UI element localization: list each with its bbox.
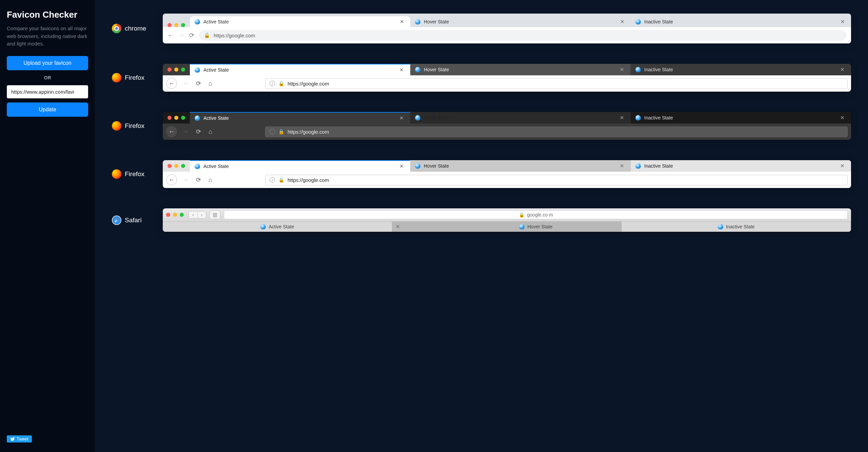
back-icon[interactable]: ← (166, 126, 177, 137)
close-window-icon[interactable] (167, 116, 172, 120)
minimize-window-icon[interactable] (174, 116, 178, 120)
reload-icon[interactable]: ⟳ (194, 128, 203, 135)
close-icon[interactable]: ✕ (398, 19, 406, 25)
address-url: https://google.com (288, 129, 329, 135)
address-bar[interactable]: i 🔒 https://google.com (265, 78, 848, 89)
minimize-window-icon[interactable] (174, 23, 178, 27)
maximize-window-icon[interactable] (181, 23, 185, 27)
maximize-window-icon[interactable] (181, 68, 185, 72)
tab-hover[interactable]: Hover State ✕ (410, 64, 631, 75)
tab-active[interactable]: Active State (163, 222, 392, 232)
tab-inactive[interactable]: Inactive State (622, 222, 851, 232)
tab-hover[interactable]: Hover State ✕ (410, 16, 631, 27)
close-window-icon[interactable] (167, 68, 172, 72)
tab-active[interactable]: Active State ✕ (190, 64, 410, 75)
maximize-window-icon[interactable] (181, 164, 185, 168)
tab-active[interactable]: Active State ✕ (190, 16, 410, 27)
close-icon[interactable]: ✕ (398, 115, 405, 121)
back-icon[interactable]: ← (166, 78, 177, 89)
favicon-icon (415, 67, 420, 72)
forward-icon[interactable]: → (180, 176, 191, 184)
chrome-preview: Active State ✕ Hover State ✕ Inactive St… (163, 14, 851, 43)
address-bar[interactable]: i 🔒 https://google.com (265, 127, 848, 137)
firefox-tabstrip: Active State ✕ Hover State ✕ Inactive St… (163, 160, 851, 172)
reload-icon[interactable]: ⟳ (194, 176, 203, 184)
browser-label-safari: Safari (112, 215, 153, 225)
close-icon[interactable]: ✕ (398, 67, 405, 73)
close-window-icon[interactable] (167, 23, 172, 27)
favicon-icon (195, 67, 200, 73)
update-button[interactable]: Update (7, 102, 88, 117)
forward-icon[interactable]: → (178, 32, 184, 39)
sidebar-toggle-icon[interactable]: ▥ (210, 210, 220, 219)
safari-toolbar: ‹ › ▥ 🔒 google.co m (163, 208, 851, 222)
lock-icon: 🔒 (204, 32, 210, 38)
back-icon[interactable]: ← (167, 32, 174, 39)
tab-hover[interactable]: Hover State ✕ (410, 160, 631, 172)
address-bar[interactable]: i 🔒 https://google.com (265, 175, 848, 185)
close-icon[interactable]: ✕ (618, 163, 626, 169)
browser-label-firefox: Firefox (112, 73, 153, 82)
tweet-button[interactable]: Tweet (7, 435, 32, 442)
tab-inactive[interactable]: Inactive State ✕ (631, 64, 851, 75)
info-icon[interactable]: i (270, 129, 275, 134)
forward-icon[interactable]: → (180, 80, 191, 87)
close-window-icon[interactable] (166, 213, 170, 217)
close-icon[interactable]: ✕ (839, 163, 846, 169)
safari-icon (112, 215, 121, 225)
tab-inactive[interactable]: Inactive State ✕ (631, 160, 851, 172)
browser-label-chrome: chrome (112, 24, 153, 33)
tab-active[interactable]: Active State ✕ (190, 160, 410, 172)
firefox-preview-dark: Active State ✕ Hover State ✕ Inactive St… (163, 112, 851, 140)
minimize-window-icon[interactable] (174, 164, 178, 168)
info-icon[interactable]: i (270, 81, 275, 86)
back-icon[interactable]: ← (166, 174, 177, 185)
favicon-icon (635, 115, 641, 120)
address-bar[interactable]: 🔒 google.co m (224, 210, 848, 219)
lock-icon: 🔒 (278, 129, 284, 134)
minimize-window-icon[interactable] (174, 68, 178, 72)
back-icon[interactable]: ‹ (189, 211, 197, 218)
close-icon[interactable]: ✕ (618, 67, 626, 73)
traffic-lights (163, 64, 190, 75)
favicon-icon (260, 224, 266, 229)
minimize-window-icon[interactable] (173, 213, 177, 217)
tab-inactive[interactable]: Inactive State ✕ (631, 16, 851, 27)
sidebar: Favicon Checker Compare your favicons on… (0, 0, 95, 452)
maximize-window-icon[interactable] (181, 116, 185, 120)
address-bar[interactable]: 🔒 https://google.com (199, 30, 846, 41)
close-icon[interactable]: ✕ (619, 19, 626, 25)
close-icon[interactable]: ✕ (839, 67, 846, 73)
home-icon[interactable]: ⌂ (206, 80, 214, 87)
close-window-icon[interactable] (167, 164, 172, 168)
favicon-icon (195, 115, 200, 121)
url-input[interactable] (7, 85, 88, 98)
close-icon[interactable]: ✕ (392, 224, 401, 230)
tab-inactive[interactable]: Inactive State ✕ (631, 112, 851, 124)
forward-icon[interactable]: → (180, 128, 191, 135)
close-icon[interactable]: ✕ (398, 163, 405, 169)
home-icon[interactable]: ⌂ (206, 176, 214, 184)
maximize-window-icon[interactable] (180, 213, 184, 217)
upload-button[interactable]: Upload your favicon (7, 56, 88, 70)
firefox-toolbar: ← → ⟳ ⌂ i 🔒 https://google.com (163, 75, 851, 92)
address-url: google.co m (527, 212, 553, 218)
reload-icon[interactable]: ⟳ (194, 80, 203, 87)
tab-hover[interactable]: ✕ Hover State (392, 222, 622, 232)
close-icon[interactable]: ✕ (618, 115, 626, 121)
home-icon[interactable]: ⌂ (206, 128, 214, 135)
reload-icon[interactable]: ⟳ (189, 32, 194, 39)
preview-row-safari: Safari ‹ › ▥ 🔒 google.co m (112, 208, 851, 232)
firefox-preview-a: Active State ✕ Hover State ✕ Inactive St… (163, 64, 851, 92)
tab-active[interactable]: Active State ✕ (190, 112, 410, 124)
tab-hover[interactable]: Hover State ✕ (410, 112, 631, 124)
traffic-lights (163, 23, 190, 27)
favicon-icon (718, 224, 723, 229)
close-icon[interactable]: ✕ (839, 19, 846, 25)
info-icon[interactable]: i (270, 177, 275, 183)
firefox-toolbar: ← → ⟳ ⌂ i 🔒 https://google.com (163, 172, 851, 188)
firefox-icon (112, 121, 121, 131)
close-icon[interactable]: ✕ (839, 115, 846, 121)
forward-icon[interactable]: › (197, 211, 206, 218)
lock-icon: 🔒 (278, 177, 284, 183)
